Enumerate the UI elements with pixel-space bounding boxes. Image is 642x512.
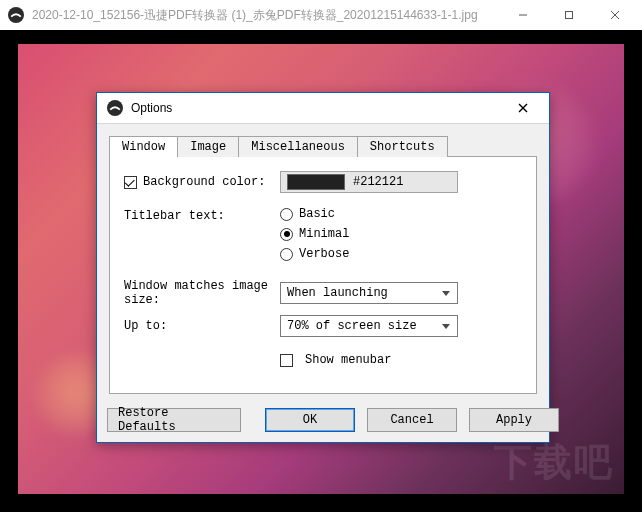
dialog-button-bar: Restore Defaults OK Cancel Apply — [97, 400, 549, 442]
titlebar-verbose-label: Verbose — [299, 247, 349, 261]
dialog-close-button[interactable] — [503, 95, 543, 121]
dialog-title: Options — [131, 101, 172, 115]
chevron-down-icon — [439, 319, 453, 333]
background-color-picker[interactable]: #212121 — [280, 171, 458, 193]
chevron-down-icon — [439, 286, 453, 300]
up-to-dropdown[interactable]: 70% of screen size — [280, 315, 458, 337]
show-menubar-checkbox[interactable] — [280, 354, 293, 367]
tab-miscellaneous[interactable]: Miscellaneous — [238, 136, 358, 157]
titlebar-minimal-label: Minimal — [299, 227, 349, 241]
titlebar-basic-radio[interactable] — [280, 208, 293, 221]
tab-strip: Window Image Miscellaneous Shortcuts — [109, 134, 537, 156]
up-to-value: 70% of screen size — [287, 319, 417, 333]
button-label: Apply — [496, 413, 532, 427]
main-titlebar: 2020-12-10_152156-迅捷PDF转换器 (1)_赤兔PDF转换器_… — [0, 0, 642, 31]
window-match-label: Window matches image size: — [124, 279, 280, 307]
tab-label: Image — [190, 140, 226, 154]
tab-label: Window — [122, 140, 165, 154]
tab-window[interactable]: Window — [109, 136, 178, 157]
background-color-value: #212121 — [353, 175, 403, 189]
show-menubar-label: Show menubar — [305, 353, 391, 367]
watermark-text: 下载吧 — [494, 437, 614, 488]
tab-shortcuts[interactable]: Shortcuts — [357, 136, 448, 157]
background-color-checkbox[interactable] — [124, 176, 137, 189]
dialog-titlebar[interactable]: Options — [97, 93, 549, 124]
window-controls — [500, 0, 638, 30]
tab-panel-window: Background color: #212121 Titlebar te — [109, 156, 537, 394]
ok-button[interactable]: OK — [265, 408, 355, 432]
button-label: Restore Defaults — [118, 406, 230, 434]
maximize-button[interactable] — [546, 0, 592, 30]
minimize-button[interactable] — [500, 0, 546, 30]
svg-rect-1 — [566, 12, 573, 19]
titlebar-basic-label: Basic — [299, 207, 335, 221]
close-button[interactable] — [592, 0, 638, 30]
image-viewport: 下载吧 Options Window Image Miscellaneous S… — [0, 30, 642, 512]
titlebar-verbose-radio[interactable] — [280, 248, 293, 261]
tab-label: Miscellaneous — [251, 140, 345, 154]
window-match-value: When launching — [287, 286, 388, 300]
titlebar-minimal-radio[interactable] — [280, 228, 293, 241]
dialog-app-icon — [107, 100, 123, 116]
cancel-button[interactable]: Cancel — [367, 408, 457, 432]
titlebar-text-label: Titlebar text: — [124, 209, 225, 223]
app-window: 2020-12-10_152156-迅捷PDF转换器 (1)_赤兔PDF转换器_… — [0, 0, 642, 512]
background-color-label: Background color: — [143, 175, 265, 189]
apply-button[interactable]: Apply — [469, 408, 559, 432]
app-icon — [8, 7, 24, 23]
restore-defaults-button[interactable]: Restore Defaults — [107, 408, 241, 432]
tab-label: Shortcuts — [370, 140, 435, 154]
window-match-dropdown[interactable]: When launching — [280, 282, 458, 304]
up-to-label: Up to: — [124, 319, 167, 333]
options-dialog: Options Window Image Miscellaneous Short… — [96, 92, 550, 443]
button-label: Cancel — [390, 413, 433, 427]
button-label: OK — [303, 413, 317, 427]
color-swatch — [287, 174, 345, 190]
dialog-body: Window Image Miscellaneous Shortcuts Bac… — [97, 124, 549, 400]
window-title: 2020-12-10_152156-迅捷PDF转换器 (1)_赤兔PDF转换器_… — [32, 7, 500, 24]
tab-image[interactable]: Image — [177, 136, 239, 157]
